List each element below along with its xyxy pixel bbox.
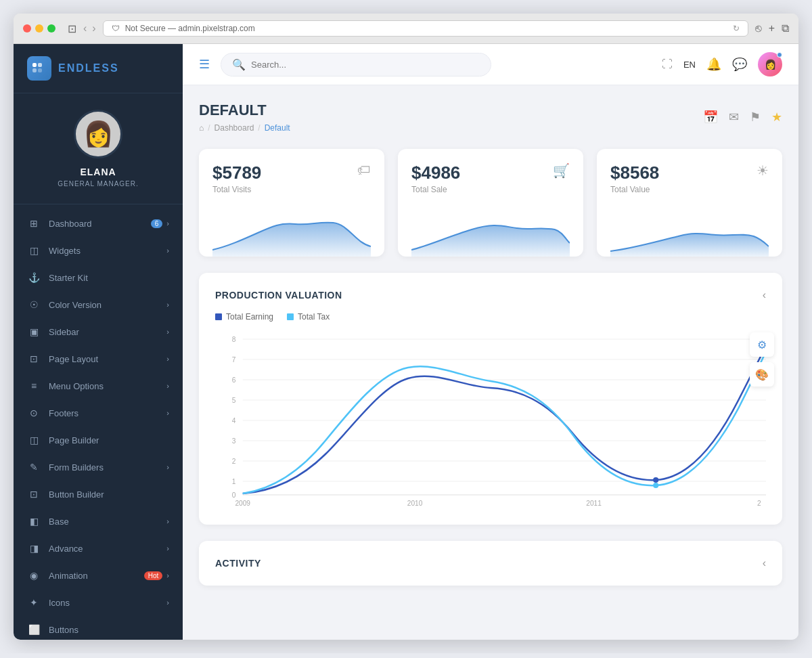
chart-section-header: PRODUCTION VALUATION ‹ bbox=[215, 289, 766, 301]
nav-item-label: Form Builders bbox=[49, 462, 166, 473]
sidebar-item-page-builder[interactable]: ◫ Page Builder bbox=[14, 426, 183, 454]
flag-icon[interactable]: ⚑ bbox=[750, 110, 761, 125]
sidebar-item-dashboard[interactable]: ⊞ Dashboard 6 › bbox=[14, 210, 183, 237]
sidebar-item-form-builders[interactable]: ✎ Form Builders › bbox=[14, 454, 183, 481]
menu-hamburger-icon[interactable]: ☰ bbox=[199, 57, 210, 72]
legend-earning-dot bbox=[215, 313, 222, 320]
nav-item-icon: ◨ bbox=[27, 542, 41, 555]
stat-info: $4986 Total Sale bbox=[411, 162, 460, 194]
search-input[interactable] bbox=[251, 60, 480, 70]
header-search[interactable]: 🔍 bbox=[221, 53, 491, 76]
new-tab-icon[interactable]: + bbox=[769, 22, 775, 35]
stat-value: $4986 bbox=[411, 162, 460, 183]
activity-toggle-icon[interactable]: ‹ bbox=[763, 557, 766, 569]
svg-rect-3 bbox=[38, 68, 42, 72]
legend-total-earning: Total Earning bbox=[215, 312, 273, 322]
nav-arrow-icon: › bbox=[166, 301, 169, 309]
nav-item-icon: ☉ bbox=[27, 298, 41, 311]
fullscreen-icon[interactable]: ⛶ bbox=[662, 58, 673, 70]
sidebar-item-widgets[interactable]: ◫ Widgets › bbox=[14, 237, 183, 264]
window-icon[interactable]: ⧉ bbox=[782, 22, 789, 35]
legend-total-tax: Total Tax bbox=[287, 312, 330, 322]
sidebar-item-sidebar[interactable]: ▣ Sidebar › bbox=[14, 318, 183, 345]
stat-chart bbox=[212, 202, 371, 257]
legend-earning-label: Total Earning bbox=[226, 312, 273, 322]
sidebar-item-advance[interactable]: ◨ Advance › bbox=[14, 535, 183, 562]
sidebar-item-base[interactable]: ◧ Base › bbox=[14, 508, 183, 535]
nav-arrow-icon: › bbox=[166, 246, 169, 255]
activity-section: ACTIVITY ‹ bbox=[199, 541, 782, 586]
svg-text:0: 0 bbox=[232, 491, 236, 499]
chart-settings-button[interactable]: ⚙ bbox=[750, 332, 774, 357]
breadcrumb-dashboard[interactable]: Dashboard bbox=[215, 123, 254, 133]
nav-item-label: Icons bbox=[49, 598, 166, 608]
sidebar-item-menu-options[interactable]: ≡ Menu Options › bbox=[14, 372, 183, 399]
nav-arrow-icon: › bbox=[166, 328, 169, 336]
nav-item-icon: ✦ bbox=[27, 596, 41, 609]
stat-card-0: $5789 Total Visits 🏷 bbox=[199, 149, 384, 257]
nav-badge-hot: Hot bbox=[144, 571, 163, 580]
close-dot[interactable] bbox=[23, 24, 31, 32]
svg-text:4: 4 bbox=[232, 417, 236, 424]
svg-text:8: 8 bbox=[232, 336, 236, 343]
stat-card-top: $4986 Total Sale 🛒 bbox=[411, 162, 570, 194]
svg-point-25 bbox=[653, 483, 658, 488]
svg-point-23 bbox=[653, 477, 658, 483]
share-icon[interactable]: ⎋ bbox=[755, 22, 762, 35]
activity-title: ACTIVITY bbox=[215, 558, 261, 569]
stat-label: Total Sale bbox=[411, 185, 460, 194]
svg-rect-2 bbox=[32, 68, 37, 72]
notifications-icon[interactable]: 🔔 bbox=[706, 57, 721, 72]
nav-item-label: Starter Kit bbox=[49, 273, 169, 283]
page-title-section: DEFAULT ⌂ / Dashboard / Default bbox=[199, 102, 290, 133]
messages-icon[interactable]: 💬 bbox=[732, 57, 747, 72]
sidebar-item-footers[interactable]: ⊙ Footers › bbox=[14, 399, 183, 426]
sidebar: ENDLESS 👩 ELANA GENERAL MANAGER. ⊞ Dashb… bbox=[14, 44, 183, 640]
back-icon[interactable]: ‹ bbox=[83, 22, 87, 35]
chart-palette-button[interactable]: 🎨 bbox=[750, 362, 774, 387]
reload-icon[interactable]: ↻ bbox=[733, 24, 740, 33]
home-icon[interactable]: ⌂ bbox=[199, 123, 204, 133]
nav-item-label: Button Builder bbox=[49, 489, 169, 500]
sidebar-item-page-layout[interactable]: ⊡ Page Layout › bbox=[14, 345, 183, 372]
sidebar-item-button-builder[interactable]: ⊡ Button Builder bbox=[14, 481, 183, 508]
svg-rect-0 bbox=[32, 63, 37, 67]
svg-text:5: 5 bbox=[232, 397, 236, 404]
chart-toggle-icon[interactable]: ‹ bbox=[763, 289, 766, 301]
address-bar[interactable]: 🛡 Not Secure — admin.pixelstrap.com ↻ bbox=[103, 20, 748, 37]
language-selector[interactable]: EN bbox=[683, 60, 696, 70]
svg-text:1: 1 bbox=[232, 478, 236, 485]
url-text: Not Secure — admin.pixelstrap.com bbox=[125, 24, 255, 33]
mail-icon[interactable]: ✉ bbox=[729, 110, 739, 125]
nav-item-label: Widgets bbox=[49, 246, 166, 256]
star-icon[interactable]: ★ bbox=[771, 110, 782, 125]
sidebar-item-color-version[interactable]: ☉ Color Version › bbox=[14, 291, 183, 318]
nav-arrow-icon: › bbox=[166, 598, 169, 607]
user-avatar[interactable]: 👩 bbox=[758, 52, 782, 76]
brand-logo bbox=[27, 56, 51, 81]
nav-arrow-icon: › bbox=[166, 463, 169, 471]
chart-action-buttons: ⚙ 🎨 bbox=[750, 332, 774, 387]
stat-icon: 🛒 bbox=[553, 162, 570, 179]
profile-avatar: 👩 bbox=[74, 110, 122, 158]
sidebar-item-buttons[interactable]: ⬜ Buttons bbox=[14, 616, 183, 640]
svg-rect-1 bbox=[38, 63, 42, 67]
nav-arrow-icon: › bbox=[166, 382, 169, 390]
nav-item-icon: ≡ bbox=[27, 379, 41, 393]
nav-item-label: Sidebar bbox=[49, 327, 166, 337]
calendar-icon[interactable]: 📅 bbox=[703, 110, 718, 125]
nav-item-label: Base bbox=[49, 517, 166, 527]
nav-item-label: Footers bbox=[49, 408, 166, 418]
sidebar-item-starter-kit[interactable]: ⚓ Starter Kit bbox=[14, 264, 183, 291]
sidebar-item-animation[interactable]: ◉ Animation Hot › bbox=[14, 562, 183, 589]
forward-icon[interactable]: › bbox=[92, 22, 95, 35]
minimize-dot[interactable] bbox=[35, 24, 43, 32]
browser-dots bbox=[23, 24, 55, 32]
sidebar-toggle-icon[interactable]: ⊡ bbox=[68, 22, 76, 35]
nav-item-icon: ⊙ bbox=[27, 406, 41, 420]
top-header: ☰ 🔍 ⛶ EN 🔔 💬 👩 bbox=[183, 44, 798, 85]
maximize-dot[interactable] bbox=[47, 24, 55, 32]
sidebar-item-icons[interactable]: ✦ Icons › bbox=[14, 589, 183, 616]
nav-arrow-icon: › bbox=[166, 571, 169, 579]
browser-toolbar: ⊡ ‹ › 🛡 Not Secure — admin.pixelstrap.co… bbox=[14, 14, 798, 44]
